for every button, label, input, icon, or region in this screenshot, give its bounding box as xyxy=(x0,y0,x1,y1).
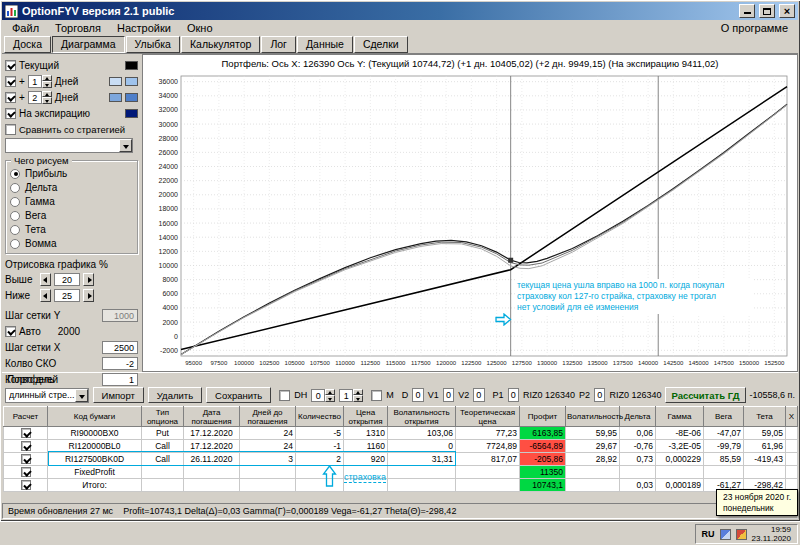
tab-board[interactable]: Доска xyxy=(4,36,51,53)
row-checkbox[interactable] xyxy=(21,441,31,451)
dh-spinner-2[interactable]: 1 xyxy=(339,389,363,402)
decrease-icon[interactable] xyxy=(40,273,51,286)
d-input[interactable]: 0 xyxy=(412,388,423,402)
tray-icon-1[interactable] xyxy=(720,529,731,540)
column-header[interactable]: Цена открытия xyxy=(344,407,388,427)
strategy-select[interactable]: длинный стре... xyxy=(5,388,89,403)
taskbar[interactable]: RU 19:59 23.11.2020 xyxy=(0,521,800,545)
grid-y-input[interactable]: 1000 xyxy=(102,309,138,322)
menu-window[interactable]: Окно xyxy=(179,21,221,35)
cell-x[interactable] xyxy=(786,440,798,453)
p1-input[interactable]: 0 xyxy=(508,388,519,402)
radio-vega[interactable]: Вега xyxy=(10,210,133,221)
chevron-down-icon[interactable] xyxy=(119,139,132,152)
radio-gamma[interactable]: Гамма xyxy=(10,196,133,207)
column-header[interactable]: Теоретическая цена xyxy=(456,407,520,427)
tab-calculator[interactable]: Калькулятор xyxy=(181,36,260,53)
expiry-color-swatch[interactable] xyxy=(125,109,138,118)
spin-down-icon[interactable] xyxy=(42,81,52,88)
sko-input[interactable]: -2 xyxy=(102,357,138,370)
language-indicator[interactable]: RU xyxy=(702,529,715,539)
tray-icon-2[interactable] xyxy=(736,529,747,540)
day1-checkbox[interactable] xyxy=(5,76,16,87)
current-color-swatch[interactable] xyxy=(125,61,138,70)
column-header[interactable]: Количество xyxy=(296,407,344,427)
column-header[interactable]: Код бумаги xyxy=(48,407,142,427)
radio-theta[interactable]: Тета xyxy=(10,224,133,235)
cell-x[interactable] xyxy=(786,453,798,466)
tab-diagram[interactable]: Диаграмма xyxy=(52,36,125,53)
menu-settings[interactable]: Настройки xyxy=(109,21,179,35)
m-checkbox[interactable] xyxy=(371,390,382,401)
cell-x[interactable] xyxy=(786,466,798,479)
radio-profit[interactable]: Прибыль xyxy=(10,168,133,179)
column-header[interactable]: Профит xyxy=(520,407,566,427)
column-header[interactable]: Дата погашения xyxy=(184,407,240,427)
menu-about[interactable]: О программе xyxy=(713,22,796,34)
column-header[interactable]: Тип опциона xyxy=(142,407,184,427)
above-value[interactable]: 20 xyxy=(54,273,80,286)
day2-color-swatch-1[interactable] xyxy=(109,93,122,102)
grid-x-label: Шаг сетки X xyxy=(5,342,60,353)
expiry-checkbox[interactable] xyxy=(5,108,16,119)
radio-vomma[interactable]: Вомма xyxy=(10,238,133,249)
import-button[interactable]: Импорт xyxy=(93,387,144,403)
p2-input[interactable]: 0 xyxy=(594,388,605,402)
delete-button[interactable]: Удалить xyxy=(148,387,202,403)
row-checkbox[interactable] xyxy=(21,467,31,477)
day2-spinner[interactable]: 2 xyxy=(28,91,52,104)
below-value[interactable]: 25 xyxy=(54,289,80,302)
column-header[interactable]: Волатильность xyxy=(566,407,620,427)
minimize-button[interactable] xyxy=(739,4,755,18)
radio-delta[interactable]: Дельта xyxy=(10,182,133,193)
compare-checkbox[interactable] xyxy=(5,124,16,135)
payoff-chart[interactable]: 9500097500100000102500105000107500110000… xyxy=(145,71,797,371)
close-button[interactable]: × xyxy=(779,4,795,18)
chevron-down-icon[interactable] xyxy=(75,389,88,402)
column-header[interactable]: Расчет xyxy=(4,407,48,427)
tab-log[interactable]: Лог xyxy=(261,36,296,53)
save-button[interactable]: Сохранить xyxy=(206,387,271,403)
tab-data[interactable]: Данные xyxy=(297,36,353,53)
clock[interactable]: 19:59 23.11.2020 xyxy=(752,525,791,543)
column-header[interactable]: Х xyxy=(786,407,798,427)
column-header[interactable]: Гамма xyxy=(656,407,704,427)
dh-spinner-1[interactable]: 0 xyxy=(311,389,335,402)
column-header[interactable]: Дельта xyxy=(620,407,656,427)
menu-trade[interactable]: Торговля xyxy=(47,21,109,35)
svg-text:127500: 127500 xyxy=(512,360,533,366)
dh-checkbox[interactable] xyxy=(279,390,290,401)
column-header[interactable]: Вега xyxy=(704,407,744,427)
column-header[interactable]: Тета xyxy=(744,407,786,427)
strategy-compare-select[interactable] xyxy=(5,138,133,153)
cell-x[interactable] xyxy=(786,427,798,440)
spin-down-icon[interactable] xyxy=(353,395,363,402)
column-header[interactable]: Дней до погашения xyxy=(240,407,296,427)
increase-icon[interactable] xyxy=(83,289,94,302)
v2-input[interactable]: 0 xyxy=(473,388,484,402)
auto-checkbox[interactable] xyxy=(5,326,16,337)
spin-down-icon[interactable] xyxy=(325,395,335,402)
day1-color-swatch-1[interactable] xyxy=(109,77,122,86)
increase-icon[interactable] xyxy=(83,273,94,286)
day2-checkbox[interactable] xyxy=(5,92,16,103)
v1-label: V1 xyxy=(428,390,439,400)
menu-file[interactable]: Файл xyxy=(4,21,47,35)
row-checkbox[interactable] xyxy=(21,428,31,438)
calc-gd-button[interactable]: Рассчитать ГД xyxy=(665,387,745,403)
day1-spinner[interactable]: 1 xyxy=(28,75,52,88)
row-checkbox[interactable] xyxy=(21,480,31,490)
tab-deals[interactable]: Сделки xyxy=(354,36,408,53)
row-checkbox[interactable] xyxy=(21,454,31,464)
day2-color-swatch-2[interactable] xyxy=(125,93,138,102)
current-checkbox[interactable] xyxy=(5,60,16,71)
column-header[interactable]: Волатильность открытия xyxy=(388,407,456,427)
tab-smile[interactable]: Улыбка xyxy=(126,36,180,53)
spin-down-icon[interactable] xyxy=(42,97,52,104)
grid-x-input[interactable]: 2500 xyxy=(102,341,138,354)
v1-input[interactable]: 0 xyxy=(443,388,454,402)
day1-color-swatch-2[interactable] xyxy=(125,77,138,86)
cell-theo xyxy=(456,466,520,479)
decrease-icon[interactable] xyxy=(40,289,51,302)
maximize-button[interactable] xyxy=(759,4,775,18)
